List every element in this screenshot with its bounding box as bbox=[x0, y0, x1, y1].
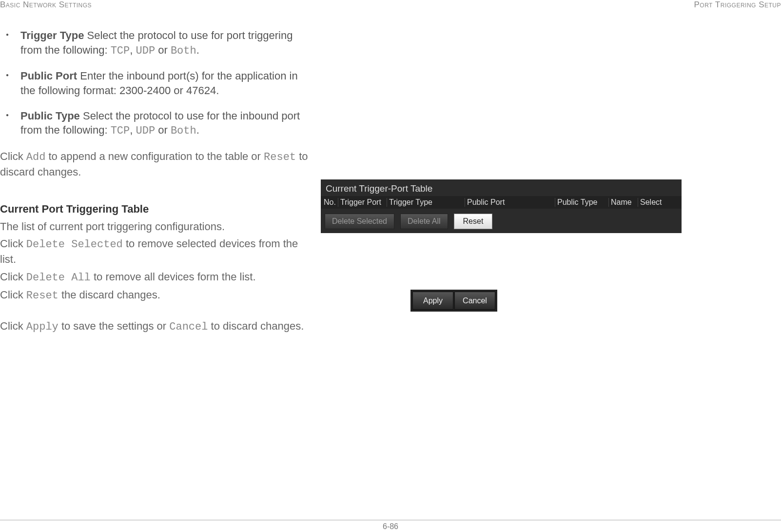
para-add-reset: Click Add to append a new configuration … bbox=[0, 149, 314, 179]
bullet-list: Trigger Type Select the protocol to use … bbox=[0, 28, 314, 138]
reset-button[interactable]: Reset bbox=[454, 214, 493, 229]
section-heading: Current Port Triggering Table bbox=[0, 203, 314, 216]
para-delete-all: Click Delete All to remove all devices f… bbox=[0, 270, 314, 285]
pre: Click bbox=[0, 320, 26, 332]
code-udp: UDP bbox=[136, 45, 155, 57]
end: to remove all devices form the list. bbox=[91, 271, 256, 283]
bullet-public-port: Public Port Enter the inbound port(s) fo… bbox=[20, 69, 314, 98]
col-public-type: Public Type bbox=[555, 198, 609, 207]
label-trigger-type: Trigger Type bbox=[20, 29, 84, 41]
para-list-desc: The list of current port triggering conf… bbox=[0, 219, 314, 234]
cancel-button[interactable]: Cancel bbox=[454, 292, 495, 310]
pre: Click bbox=[0, 289, 26, 301]
trigger-port-table-screenshot: Current Trigger-Port Table No. Trigger P… bbox=[321, 179, 682, 233]
end: . bbox=[196, 44, 199, 56]
code-delete-all: Delete All bbox=[26, 272, 91, 284]
main-content: Trigger Type Select the protocol to use … bbox=[0, 28, 314, 344]
mid: to save the settings or bbox=[59, 320, 169, 332]
table-button-row: Delete Selected Delete All Reset bbox=[321, 209, 682, 234]
apply-button[interactable]: Apply bbox=[412, 292, 453, 310]
code-reset: Reset bbox=[264, 151, 296, 163]
label-public-type: Public Type bbox=[20, 110, 80, 122]
end: . bbox=[196, 124, 199, 136]
col-name: Name bbox=[609, 198, 638, 207]
end: the discard changes. bbox=[59, 289, 160, 301]
header-right: Port Triggering Setup bbox=[694, 0, 781, 10]
code-add: Add bbox=[26, 151, 46, 163]
table-headers: No. Trigger Port Trigger Type Public Por… bbox=[321, 196, 682, 209]
col-trigger-port: Trigger Port bbox=[338, 198, 387, 207]
code-reset: Reset bbox=[26, 290, 59, 302]
code-both: Both bbox=[171, 125, 196, 137]
code-udp: UDP bbox=[136, 125, 155, 137]
code-tcp: TCP bbox=[111, 45, 130, 57]
table-title: Current Trigger-Port Table bbox=[321, 179, 682, 196]
code-tcp: TCP bbox=[111, 125, 130, 137]
para-apply-cancel: Click Apply to save the settings or Canc… bbox=[0, 319, 314, 335]
col-no: No. bbox=[322, 198, 338, 207]
pre: Click bbox=[0, 271, 26, 283]
para-reset: Click Reset the discard changes. bbox=[0, 288, 314, 303]
label-public-port: Public Port bbox=[20, 70, 77, 82]
pre: Click bbox=[0, 237, 26, 250]
col-public-port: Public Port bbox=[465, 198, 555, 207]
code-cancel: Cancel bbox=[169, 321, 208, 333]
sep: or bbox=[155, 124, 171, 136]
delete-all-button[interactable]: Delete All bbox=[400, 214, 448, 229]
delete-selected-button[interactable]: Delete Selected bbox=[325, 214, 394, 229]
end: to discard changes. bbox=[208, 320, 304, 332]
page-footer: 6-86 bbox=[0, 520, 781, 531]
code-delete-selected: Delete Selected bbox=[26, 238, 123, 251]
code-both: Both bbox=[171, 45, 196, 57]
bullet-trigger-type: Trigger Type Select the protocol to use … bbox=[20, 28, 314, 58]
header-left: Basic Network Settings bbox=[0, 0, 92, 10]
pre: Click bbox=[0, 150, 26, 162]
code-apply: Apply bbox=[26, 321, 59, 333]
bullet-public-type: Public Type Select the protocol to use f… bbox=[20, 109, 314, 138]
action-buttons-screenshot: Apply Cancel bbox=[410, 290, 497, 312]
sep: , bbox=[130, 124, 136, 136]
col-select: Select bbox=[638, 198, 681, 207]
sep: or bbox=[155, 44, 171, 56]
para-delete-selected: Click Delete Selected to remove selected… bbox=[0, 236, 314, 266]
col-trigger-type: Trigger Type bbox=[387, 198, 465, 207]
mid: to append a new configuration to the tab… bbox=[45, 150, 264, 162]
sep: , bbox=[130, 44, 136, 56]
